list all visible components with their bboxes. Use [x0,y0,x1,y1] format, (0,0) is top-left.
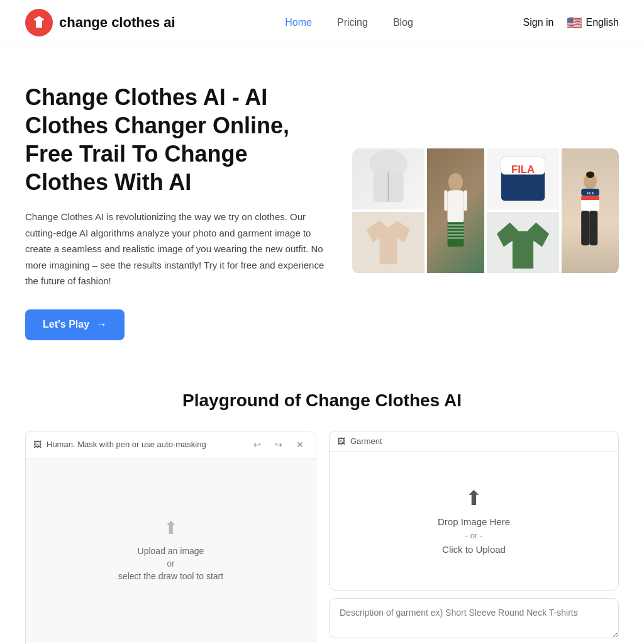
navbar: change clothes ai Home Pricing Blog Sign… [0,0,644,45]
upload-line1: Upload an image [138,546,204,556]
logo-icon [25,9,53,36]
drop-or: - or - [465,531,482,540]
nav-home[interactable]: Home [285,17,312,28]
upload-icon: ⬆ [164,518,178,538]
upload-arrow-icon: ⬆ [465,486,482,510]
playground-title: Playground of Change Clothes AI [25,391,619,411]
svg-text:FILA: FILA [511,164,535,175]
hero-right: FILA FILA [352,148,619,274]
cta-label: Let's Play [43,319,89,330]
svg-rect-9 [448,228,464,230]
svg-point-3 [448,173,463,191]
hero-section: Change Clothes AI - AI Clothes Changer O… [0,45,644,365]
hero-image-3: FILA [487,148,559,209]
nav-blog[interactable]: Blog [393,17,413,28]
arrow-icon: → [96,318,107,331]
logo-link[interactable]: change clothes ai [25,9,175,36]
svg-rect-10 [448,231,464,233]
header-left: 🖼 Human. Mask with pen or use auto-maski… [33,440,206,449]
signin-button[interactable]: Sign in [523,17,554,28]
garment-panel: 🖼 Garment ⬆ Drop Image Here - or - Click… [329,431,619,591]
nav-pricing[interactable]: Pricing [337,17,368,28]
nav-right: Sign in 🇺🇸 English [523,15,619,30]
hero-title: Change Clothes AI - AI Clothes Changer O… [25,83,327,196]
header-actions: ↩ ↪ ✕ [249,436,308,453]
svg-text:FILA: FILA [587,191,594,195]
hero-image-6 [487,212,559,273]
playground-grid: 🖼 Human. Mask with pen or use auto-maski… [25,431,619,645]
hero-image-5 [352,212,425,273]
human-canvas[interactable]: ⬆ Upload an image or select the draw too… [26,458,316,641]
hero-image-1 [352,148,425,209]
svg-rect-4 [448,191,464,223]
nav-links: Home Pricing Blog [285,17,413,28]
svg-rect-6 [464,191,467,211]
hero-description: Change Clothes AI is revolutionizing the… [25,209,327,289]
svg-rect-22 [581,211,589,245]
hero-left: Change Clothes AI - AI Clothes Changer O… [25,83,327,340]
upload-line2: or [167,558,174,569]
human-panel: 🖼 Human. Mask with pen or use auto-maski… [25,431,316,645]
right-panel: 🖼 Garment ⬆ Drop Image Here - or - Click… [329,431,619,645]
garment-header: 🖼 Garment [330,431,618,452]
flag-icon: 🇺🇸 [567,15,582,30]
svg-rect-8 [448,225,464,226]
upload-line3: select the draw tool to start [118,571,223,581]
garment-label: Garment [350,436,382,446]
image-icon: 🖼 [33,440,42,449]
hero-image-4: FILA [562,148,619,273]
logo-text: change clothes ai [59,14,175,31]
cta-button[interactable]: Let's Play → [25,309,125,340]
human-panel-label: Human. Mask with pen or use auto-masking [47,440,206,449]
svg-rect-11 [448,234,464,236]
garment-drop-zone[interactable]: ⬆ Drop Image Here - or - Click to Upload [330,452,618,590]
playground-section: Playground of Change Clothes AI 🖼 Human.… [0,365,644,645]
drop-click: Click to Upload [442,544,506,555]
upload-bar: ⬆ [26,641,316,645]
garment-icon: 🖼 [337,436,345,446]
svg-rect-20 [581,196,599,201]
hero-image-2 [427,148,484,273]
svg-point-17 [586,172,594,178]
lang-label: English [586,17,619,28]
drop-text: Drop Image Here [438,516,510,527]
close-button[interactable]: ✕ [292,436,308,453]
human-panel-header: 🖼 Human. Mask with pen or use auto-maski… [26,431,316,458]
svg-rect-23 [589,211,597,245]
undo-button[interactable]: ↩ [249,436,265,453]
svg-rect-5 [444,191,447,211]
garment-description-input[interactable] [329,598,619,638]
redo-button[interactable]: ↪ [270,436,287,453]
language-selector[interactable]: 🇺🇸 English [567,15,619,30]
svg-rect-12 [448,238,464,240]
